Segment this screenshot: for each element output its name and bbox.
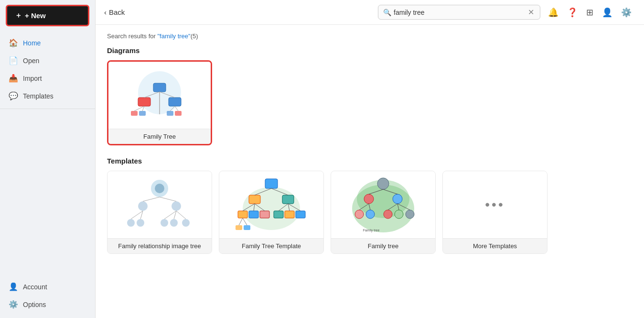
help-icon[interactable]: ❓	[566, 6, 579, 19]
apps-icon[interactable]: ⊞	[585, 6, 594, 19]
svg-point-61	[395, 210, 403, 219]
svg-rect-8	[139, 111, 146, 116]
svg-point-21	[127, 219, 135, 227]
search-clear-button[interactable]: ✕	[527, 8, 535, 17]
svg-rect-10	[175, 111, 182, 116]
svg-rect-40	[274, 211, 283, 218]
open-icon: 📄	[9, 56, 18, 65]
svg-point-58	[355, 210, 364, 219]
sidebar-label-account: Account	[23, 283, 47, 291]
svg-line-20	[160, 197, 176, 201]
user-icon[interactable]: 👤	[601, 6, 613, 19]
template-card-family-tree[interactable]: Family tree Family tree	[331, 171, 436, 254]
diagrams-section-title: Diagrams	[107, 46, 633, 55]
svg-rect-32	[265, 179, 278, 188]
settings-icon[interactable]: ⚙️	[620, 6, 633, 19]
family-tree-svg: Family tree	[343, 175, 424, 235]
svg-text:Family tree: Family tree	[363, 229, 380, 232]
template-card-more-templates[interactable]: ••• More Templates	[442, 171, 547, 254]
home-icon: 🏠	[9, 38, 18, 47]
sidebar-label-templates: Templates	[23, 92, 54, 100]
svg-rect-4	[169, 98, 181, 106]
template-label-family-tree: Family tree	[331, 238, 435, 253]
sidebar-item-options[interactable]: ⚙️ Options	[0, 296, 95, 313]
svg-rect-38	[249, 211, 258, 218]
new-button[interactable]: ＋ + New	[6, 5, 89, 26]
svg-rect-7	[131, 111, 138, 116]
sidebar-item-open[interactable]: 📄 Open	[0, 52, 95, 69]
topbar: ‹ Back 🔍 ✕ 🔔 ❓ ⊞ 👤 ⚙️	[96, 0, 644, 25]
svg-line-19	[143, 197, 160, 201]
new-button-label: + New	[25, 11, 46, 20]
template-preview-family-tree: Family tree	[331, 171, 435, 238]
sidebar-item-templates[interactable]: 💬 Templates	[0, 87, 95, 105]
topbar-right: 🔍 ✕ 🔔 ❓ ⊞ 👤 ⚙️	[378, 5, 633, 20]
svg-line-14	[175, 106, 178, 111]
templates-icon: 💬	[9, 91, 18, 100]
template-card-family-tree-template[interactable]: Family Tree Template	[219, 171, 324, 254]
template-preview-family-tree-template	[219, 171, 323, 238]
sidebar-label-open: Open	[23, 57, 39, 65]
family-tree-diagram-svg	[121, 66, 198, 124]
search-icon: 🔍	[383, 9, 391, 16]
svg-point-17	[138, 201, 148, 211]
sidebar-item-import[interactable]: 📥 Import	[0, 69, 95, 87]
sidebar-label-import: Import	[23, 75, 42, 82]
sidebar-nav: 🏠 Home 📄 Open 📥 Import 💬 Templates	[0, 31, 95, 274]
search-results-info: Search results for "family tree"(5)	[107, 33, 633, 40]
template-label-family-tree-template: Family Tree Template	[219, 238, 323, 253]
content-area: Search results for "family tree"(5) Diag…	[96, 25, 644, 318]
plus-icon: ＋	[15, 11, 22, 20]
svg-rect-37	[238, 211, 247, 218]
back-button[interactable]: ‹ Back	[104, 8, 125, 16]
svg-rect-3	[138, 98, 150, 106]
svg-point-57	[393, 194, 402, 204]
diagrams-grid: Family Tree	[107, 60, 633, 145]
family-rel-svg	[119, 175, 200, 235]
diagram-card-family-tree[interactable]: Family Tree	[107, 60, 212, 145]
notification-icon[interactable]: 🔔	[547, 6, 559, 19]
svg-rect-39	[260, 211, 269, 218]
template-preview-family-rel	[107, 171, 212, 238]
sidebar: ＋ + New 🏠 Home 📄 Open 📥 Import 💬 Templat…	[0, 0, 96, 318]
svg-rect-2	[153, 83, 166, 92]
svg-line-30	[176, 211, 186, 219]
diagram-card-label: Family Tree	[108, 129, 211, 144]
sidebar-item-home[interactable]: 🏠 Home	[0, 34, 95, 52]
ellipsis-icon: •••	[485, 197, 504, 212]
svg-point-22	[137, 219, 144, 227]
sidebar-label-home: Home	[23, 39, 41, 47]
templates-section-title: Templates	[107, 157, 633, 165]
svg-line-52	[243, 218, 247, 225]
templates-grid: Family relationship image tree	[107, 171, 633, 254]
svg-line-51	[239, 218, 243, 225]
main-area: ‹ Back 🔍 ✕ 🔔 ❓ ⊞ 👤 ⚙️ Search results for…	[96, 0, 644, 318]
svg-point-59	[366, 210, 375, 219]
svg-point-60	[384, 210, 392, 219]
svg-point-56	[364, 194, 374, 204]
diagram-card-preview	[108, 62, 211, 129]
sidebar-item-account[interactable]: 👤 Account	[0, 278, 95, 296]
search-input[interactable]	[394, 9, 527, 16]
svg-point-23	[161, 219, 168, 227]
svg-point-31	[243, 187, 300, 230]
template-card-family-rel[interactable]: Family relationship image tree	[107, 171, 212, 254]
template-label-more: More Templates	[443, 238, 547, 253]
svg-point-18	[172, 201, 181, 211]
svg-rect-34	[282, 195, 294, 204]
import-icon: 📥	[9, 74, 18, 83]
svg-point-62	[406, 210, 414, 219]
sidebar-bottom: 👤 Account ⚙️ Options	[0, 274, 95, 318]
svg-rect-41	[285, 211, 294, 218]
back-chevron-icon: ‹	[104, 8, 107, 16]
back-label: Back	[109, 8, 125, 16]
svg-rect-49	[236, 225, 242, 230]
svg-point-16	[155, 184, 164, 193]
svg-rect-50	[244, 225, 250, 230]
svg-rect-9	[167, 111, 173, 116]
family-tree-template-svg	[231, 175, 312, 235]
template-preview-more: •••	[443, 171, 547, 238]
search-area[interactable]: 🔍 ✕	[378, 5, 540, 20]
sidebar-label-options: Options	[23, 301, 46, 308]
search-query-highlight: "family tree"	[158, 33, 191, 40]
